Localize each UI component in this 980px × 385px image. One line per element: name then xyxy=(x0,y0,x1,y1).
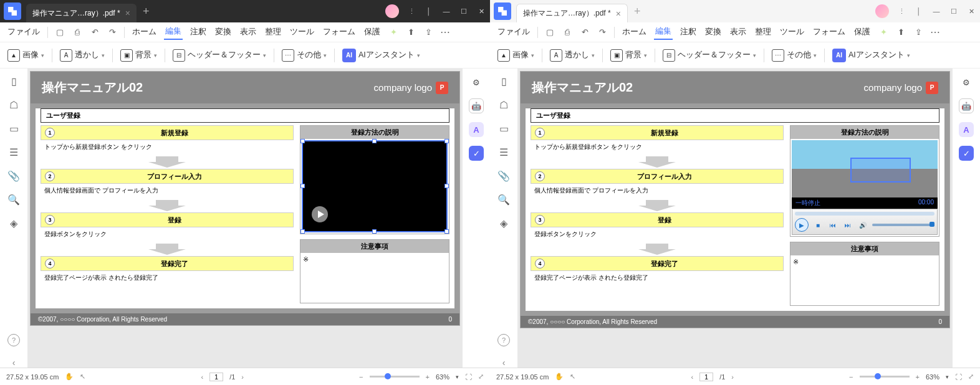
other-button[interactable]: ⋯その他▾ xyxy=(279,47,329,64)
zoom-in-icon[interactable]: + xyxy=(916,373,920,381)
play-icon[interactable] xyxy=(312,206,328,222)
menu-tools[interactable]: ツール xyxy=(779,25,805,39)
ai-a-icon[interactable]: A xyxy=(469,122,484,137)
kebab-icon[interactable]: ⋮ xyxy=(403,2,420,20)
app-logo[interactable] xyxy=(494,2,511,20)
video-object-selected[interactable] xyxy=(302,140,448,232)
redo-icon[interactable]: ↷ xyxy=(107,27,118,38)
volume-icon[interactable]: 🔊 xyxy=(857,219,868,231)
menu-edit[interactable]: 編集 xyxy=(654,24,673,40)
menu-home[interactable]: ホーム xyxy=(621,25,648,39)
ai-robot-icon[interactable]: 🤖 xyxy=(959,98,974,113)
menu-annotate[interactable]: 注釈 xyxy=(189,25,208,39)
next-page-icon[interactable]: › xyxy=(731,373,734,381)
menu-convert[interactable]: 変換 xyxy=(214,25,233,39)
menu-tools[interactable]: ツール xyxy=(289,25,315,39)
document-area[interactable]: 操作マニュアル02 company logoP ユーザ登録 1新規登録 トップか… xyxy=(517,69,953,368)
watermark-button[interactable]: A透かし▾ xyxy=(57,47,107,64)
other-button[interactable]: ⋯その他▾ xyxy=(769,47,819,64)
file-menu[interactable]: ファイル xyxy=(6,25,41,39)
ai-robot-icon[interactable]: 🤖 xyxy=(469,98,484,113)
image-button[interactable]: ▲画像▾ xyxy=(495,47,537,64)
page-input[interactable] xyxy=(209,373,223,381)
ai-assistant-button[interactable]: AIAIアシスタント▾ xyxy=(340,46,423,65)
share-icon[interactable]: ⇪ xyxy=(423,27,434,38)
background-button[interactable]: ▣背景▾ xyxy=(118,47,160,64)
select-icon[interactable]: ↖ xyxy=(80,373,85,381)
comment-icon[interactable]: ▭ xyxy=(497,122,510,135)
file-menu[interactable]: ファイル xyxy=(496,25,531,39)
cloud-icon[interactable]: ⬆ xyxy=(895,27,906,38)
bulb-icon[interactable]: ✦ xyxy=(878,27,889,38)
search-icon[interactable]: 🔍 xyxy=(497,193,510,206)
zoom-out-icon[interactable]: − xyxy=(359,373,363,381)
bookmark-icon[interactable]: ☖ xyxy=(7,98,20,111)
document-area[interactable]: 操作マニュアル02 company logoP ユーザ登録 1新規登録 トップか… xyxy=(27,69,463,368)
zoom-out-icon[interactable]: − xyxy=(849,373,853,381)
maximize-icon[interactable]: ☐ xyxy=(945,2,963,20)
menu-form[interactable]: フォーム xyxy=(812,25,847,39)
check-icon[interactable]: ✓ xyxy=(959,146,974,161)
undo-icon[interactable]: ↶ xyxy=(579,27,590,38)
document-tab[interactable]: 操作マニュア…ray）.pdf * × xyxy=(26,4,137,22)
more-icon[interactable]: ⋯ xyxy=(440,26,450,38)
prev-page-icon[interactable]: ‹ xyxy=(201,373,203,381)
close-tab-icon[interactable]: × xyxy=(125,8,130,18)
menu-form[interactable]: フォーム xyxy=(322,25,357,39)
maximize-icon[interactable]: ☐ xyxy=(455,2,473,20)
hand-icon[interactable]: ✋ xyxy=(65,373,74,381)
user-avatar[interactable] xyxy=(875,4,889,18)
help-icon[interactable]: ? xyxy=(7,334,20,346)
select-icon[interactable]: ↖ xyxy=(570,373,575,381)
menu-convert[interactable]: 変換 xyxy=(704,25,723,39)
open-icon[interactable]: ▢ xyxy=(544,27,555,38)
watermark-button[interactable]: A透かし▾ xyxy=(547,47,597,64)
seek-bar[interactable] xyxy=(795,212,934,216)
menu-edit[interactable]: 編集 xyxy=(164,24,183,40)
thumbnails-icon[interactable]: ▯ xyxy=(7,75,20,87)
open-icon[interactable]: ▢ xyxy=(54,27,65,38)
close-window-icon[interactable]: ✕ xyxy=(963,2,980,20)
menu-annotate[interactable]: 注釈 xyxy=(679,25,698,39)
next-track-icon[interactable]: ⏭ xyxy=(842,219,853,231)
menu-organize[interactable]: 整理 xyxy=(264,25,282,39)
minimize-icon[interactable]: — xyxy=(438,2,455,20)
stop-button[interactable]: ■ xyxy=(812,219,824,231)
collapse-left-icon[interactable]: ‹ xyxy=(12,358,16,368)
collapse-left-icon[interactable]: ‹ xyxy=(502,358,506,368)
ai-assistant-button[interactable]: AIAIアシスタント▾ xyxy=(830,46,913,65)
attachment-icon[interactable]: 📎 xyxy=(497,169,510,182)
play-button[interactable]: ▶ xyxy=(795,218,809,232)
kebab-icon[interactable]: ⋮ xyxy=(893,2,910,20)
zoom-in-icon[interactable]: + xyxy=(426,373,430,381)
print-icon[interactable]: ⎙ xyxy=(72,27,83,38)
zoom-slider[interactable] xyxy=(370,376,420,378)
undo-icon[interactable]: ↶ xyxy=(89,27,100,38)
header-footer-button[interactable]: ⊟ヘッダー＆フッター▾ xyxy=(660,47,759,64)
prev-page-icon[interactable]: ‹ xyxy=(691,373,693,381)
minimize-icon[interactable]: — xyxy=(928,2,945,20)
search-icon[interactable]: 🔍 xyxy=(7,193,20,206)
background-button[interactable]: ▣背景▾ xyxy=(608,47,650,64)
menu-view[interactable]: 表示 xyxy=(729,25,747,39)
menu-protect[interactable]: 保護 xyxy=(853,25,872,39)
filter-icon[interactable]: ⚙ xyxy=(469,75,484,90)
thumbnails-icon[interactable]: ▯ xyxy=(497,75,510,87)
document-tab[interactable]: 操作マニュア…ray）.pdf * × xyxy=(516,4,628,22)
video-player[interactable]: 一時停止 00:00 ▶ ■ ⏮ xyxy=(792,140,938,235)
attachment-icon[interactable]: 📎 xyxy=(7,169,20,182)
more-icon[interactable]: ⋯ xyxy=(930,26,940,38)
fullscreen-icon[interactable]: ⤢ xyxy=(478,373,484,381)
fit-icon[interactable]: ⛶ xyxy=(465,373,472,381)
new-tab-icon[interactable]: + xyxy=(143,5,150,18)
menu-home[interactable]: ホーム xyxy=(131,25,158,39)
close-window-icon[interactable]: ✕ xyxy=(473,2,490,20)
help-icon[interactable]: ? xyxy=(497,334,510,346)
layers-icon[interactable]: ◈ xyxy=(497,217,510,229)
hand-icon[interactable]: ✋ xyxy=(555,373,564,381)
fit-icon[interactable]: ⛶ xyxy=(955,373,962,381)
fields-icon[interactable]: ☰ xyxy=(497,146,510,158)
print-icon[interactable]: ⎙ xyxy=(562,27,573,38)
bulb-icon[interactable]: ✦ xyxy=(388,27,399,38)
close-tab-icon[interactable]: × xyxy=(616,9,621,19)
